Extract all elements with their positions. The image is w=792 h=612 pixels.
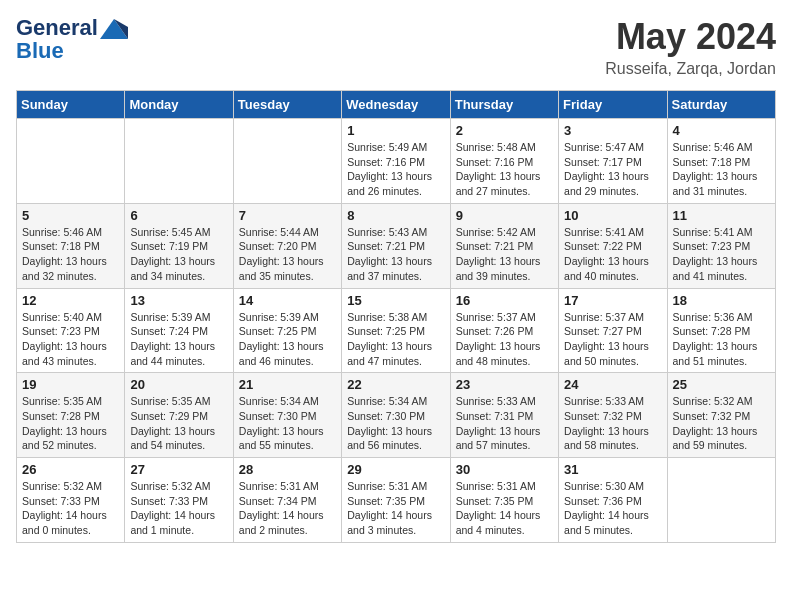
day-info: Sunrise: 5:45 AM Sunset: 7:19 PM Dayligh… (130, 225, 227, 284)
day-number: 9 (456, 208, 553, 223)
day-cell-1: 1Sunrise: 5:49 AM Sunset: 7:16 PM Daylig… (342, 119, 450, 204)
day-info: Sunrise: 5:30 AM Sunset: 7:36 PM Dayligh… (564, 479, 661, 538)
day-cell-5: 5Sunrise: 5:46 AM Sunset: 7:18 PM Daylig… (17, 203, 125, 288)
day-number: 24 (564, 377, 661, 392)
day-info: Sunrise: 5:34 AM Sunset: 7:30 PM Dayligh… (347, 394, 444, 453)
day-info: Sunrise: 5:44 AM Sunset: 7:20 PM Dayligh… (239, 225, 336, 284)
day-cell-27: 27Sunrise: 5:32 AM Sunset: 7:33 PM Dayli… (125, 458, 233, 543)
day-info: Sunrise: 5:36 AM Sunset: 7:28 PM Dayligh… (673, 310, 770, 369)
day-cell-3: 3Sunrise: 5:47 AM Sunset: 7:17 PM Daylig… (559, 119, 667, 204)
weekday-header-wednesday: Wednesday (342, 91, 450, 119)
day-number: 15 (347, 293, 444, 308)
day-cell-17: 17Sunrise: 5:37 AM Sunset: 7:27 PM Dayli… (559, 288, 667, 373)
day-info: Sunrise: 5:37 AM Sunset: 7:26 PM Dayligh… (456, 310, 553, 369)
month-title: May 2024 (605, 16, 776, 58)
day-cell-7: 7Sunrise: 5:44 AM Sunset: 7:20 PM Daylig… (233, 203, 341, 288)
day-info: Sunrise: 5:33 AM Sunset: 7:32 PM Dayligh… (564, 394, 661, 453)
day-info: Sunrise: 5:46 AM Sunset: 7:18 PM Dayligh… (673, 140, 770, 199)
day-number: 8 (347, 208, 444, 223)
day-info: Sunrise: 5:41 AM Sunset: 7:23 PM Dayligh… (673, 225, 770, 284)
day-number: 1 (347, 123, 444, 138)
weekday-header-friday: Friday (559, 91, 667, 119)
day-info: Sunrise: 5:32 AM Sunset: 7:33 PM Dayligh… (22, 479, 119, 538)
day-cell-10: 10Sunrise: 5:41 AM Sunset: 7:22 PM Dayli… (559, 203, 667, 288)
day-cell-19: 19Sunrise: 5:35 AM Sunset: 7:28 PM Dayli… (17, 373, 125, 458)
day-number: 27 (130, 462, 227, 477)
day-cell-23: 23Sunrise: 5:33 AM Sunset: 7:31 PM Dayli… (450, 373, 558, 458)
day-cell-26: 26Sunrise: 5:32 AM Sunset: 7:33 PM Dayli… (17, 458, 125, 543)
day-info: Sunrise: 5:35 AM Sunset: 7:28 PM Dayligh… (22, 394, 119, 453)
day-cell-22: 22Sunrise: 5:34 AM Sunset: 7:30 PM Dayli… (342, 373, 450, 458)
day-info: Sunrise: 5:37 AM Sunset: 7:27 PM Dayligh… (564, 310, 661, 369)
day-info: Sunrise: 5:48 AM Sunset: 7:16 PM Dayligh… (456, 140, 553, 199)
day-info: Sunrise: 5:47 AM Sunset: 7:17 PM Dayligh… (564, 140, 661, 199)
day-cell-12: 12Sunrise: 5:40 AM Sunset: 7:23 PM Dayli… (17, 288, 125, 373)
day-info: Sunrise: 5:46 AM Sunset: 7:18 PM Dayligh… (22, 225, 119, 284)
day-number: 2 (456, 123, 553, 138)
empty-cell (667, 458, 775, 543)
day-cell-9: 9Sunrise: 5:42 AM Sunset: 7:21 PM Daylig… (450, 203, 558, 288)
day-cell-28: 28Sunrise: 5:31 AM Sunset: 7:34 PM Dayli… (233, 458, 341, 543)
day-number: 10 (564, 208, 661, 223)
day-cell-11: 11Sunrise: 5:41 AM Sunset: 7:23 PM Dayli… (667, 203, 775, 288)
day-number: 19 (22, 377, 119, 392)
day-cell-8: 8Sunrise: 5:43 AM Sunset: 7:21 PM Daylig… (342, 203, 450, 288)
day-cell-25: 25Sunrise: 5:32 AM Sunset: 7:32 PM Dayli… (667, 373, 775, 458)
day-info: Sunrise: 5:32 AM Sunset: 7:33 PM Dayligh… (130, 479, 227, 538)
week-row-1: 1Sunrise: 5:49 AM Sunset: 7:16 PM Daylig… (17, 119, 776, 204)
day-info: Sunrise: 5:35 AM Sunset: 7:29 PM Dayligh… (130, 394, 227, 453)
logo-icon (100, 19, 128, 39)
day-cell-31: 31Sunrise: 5:30 AM Sunset: 7:36 PM Dayli… (559, 458, 667, 543)
weekday-header-row: SundayMondayTuesdayWednesdayThursdayFrid… (17, 91, 776, 119)
empty-cell (125, 119, 233, 204)
day-number: 22 (347, 377, 444, 392)
title-area: May 2024 Russeifa, Zarqa, Jordan (605, 16, 776, 78)
location: Russeifa, Zarqa, Jordan (605, 60, 776, 78)
day-number: 5 (22, 208, 119, 223)
day-number: 16 (456, 293, 553, 308)
day-info: Sunrise: 5:49 AM Sunset: 7:16 PM Dayligh… (347, 140, 444, 199)
day-info: Sunrise: 5:39 AM Sunset: 7:24 PM Dayligh… (130, 310, 227, 369)
day-cell-2: 2Sunrise: 5:48 AM Sunset: 7:16 PM Daylig… (450, 119, 558, 204)
day-info: Sunrise: 5:41 AM Sunset: 7:22 PM Dayligh… (564, 225, 661, 284)
day-info: Sunrise: 5:33 AM Sunset: 7:31 PM Dayligh… (456, 394, 553, 453)
day-info: Sunrise: 5:32 AM Sunset: 7:32 PM Dayligh… (673, 394, 770, 453)
day-info: Sunrise: 5:34 AM Sunset: 7:30 PM Dayligh… (239, 394, 336, 453)
day-number: 14 (239, 293, 336, 308)
day-number: 31 (564, 462, 661, 477)
day-cell-14: 14Sunrise: 5:39 AM Sunset: 7:25 PM Dayli… (233, 288, 341, 373)
day-cell-30: 30Sunrise: 5:31 AM Sunset: 7:35 PM Dayli… (450, 458, 558, 543)
weekday-header-thursday: Thursday (450, 91, 558, 119)
week-row-5: 26Sunrise: 5:32 AM Sunset: 7:33 PM Dayli… (17, 458, 776, 543)
day-number: 4 (673, 123, 770, 138)
empty-cell (17, 119, 125, 204)
logo-blue: Blue (16, 38, 128, 64)
day-cell-13: 13Sunrise: 5:39 AM Sunset: 7:24 PM Dayli… (125, 288, 233, 373)
day-cell-16: 16Sunrise: 5:37 AM Sunset: 7:26 PM Dayli… (450, 288, 558, 373)
day-info: Sunrise: 5:31 AM Sunset: 7:34 PM Dayligh… (239, 479, 336, 538)
day-number: 12 (22, 293, 119, 308)
day-number: 28 (239, 462, 336, 477)
day-info: Sunrise: 5:42 AM Sunset: 7:21 PM Dayligh… (456, 225, 553, 284)
weekday-header-saturday: Saturday (667, 91, 775, 119)
day-number: 30 (456, 462, 553, 477)
weekday-header-monday: Monday (125, 91, 233, 119)
day-number: 26 (22, 462, 119, 477)
day-info: Sunrise: 5:31 AM Sunset: 7:35 PM Dayligh… (347, 479, 444, 538)
day-cell-21: 21Sunrise: 5:34 AM Sunset: 7:30 PM Dayli… (233, 373, 341, 458)
day-cell-24: 24Sunrise: 5:33 AM Sunset: 7:32 PM Dayli… (559, 373, 667, 458)
day-cell-6: 6Sunrise: 5:45 AM Sunset: 7:19 PM Daylig… (125, 203, 233, 288)
day-cell-18: 18Sunrise: 5:36 AM Sunset: 7:28 PM Dayli… (667, 288, 775, 373)
day-cell-4: 4Sunrise: 5:46 AM Sunset: 7:18 PM Daylig… (667, 119, 775, 204)
day-info: Sunrise: 5:31 AM Sunset: 7:35 PM Dayligh… (456, 479, 553, 538)
calendar-table: SundayMondayTuesdayWednesdayThursdayFrid… (16, 90, 776, 543)
logo: General Blue (16, 16, 128, 64)
day-cell-29: 29Sunrise: 5:31 AM Sunset: 7:35 PM Dayli… (342, 458, 450, 543)
weekday-header-sunday: Sunday (17, 91, 125, 119)
day-number: 23 (456, 377, 553, 392)
day-number: 18 (673, 293, 770, 308)
day-number: 13 (130, 293, 227, 308)
week-row-3: 12Sunrise: 5:40 AM Sunset: 7:23 PM Dayli… (17, 288, 776, 373)
day-number: 29 (347, 462, 444, 477)
day-info: Sunrise: 5:38 AM Sunset: 7:25 PM Dayligh… (347, 310, 444, 369)
